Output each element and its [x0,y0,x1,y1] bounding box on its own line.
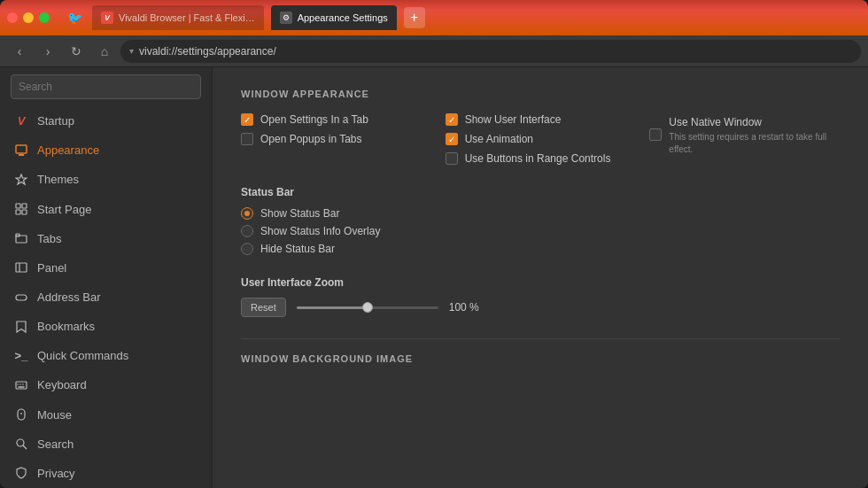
show-status-overlay-radio[interactable] [241,225,253,237]
sidebar-label-privacy: Privacy [37,467,75,480]
maximize-button[interactable] [39,12,50,23]
sidebar-label-panel: Panel [37,261,66,275]
sidebar-label-mouse: Mouse [37,408,72,422]
search-icon [14,437,28,451]
sidebar-item-quick-commands[interactable]: >_ Quick Commands [0,341,212,370]
sidebar-label-startup: Startup [37,114,74,128]
native-window-content: Use Native Window This setting requires … [669,113,840,156]
keyboard-icon [14,378,28,392]
close-button[interactable] [7,12,18,23]
status-bar-title: Status Bar [241,186,840,198]
slider-track [297,306,438,309]
zoom-reset-button[interactable]: Reset [241,298,286,317]
show-status-bar-row: Show Status Bar [241,207,840,220]
native-window-checkbox[interactable] [649,128,662,141]
zoom-section: User Interface Zoom Reset 100 % [241,276,840,317]
content-area: WINDOW APPEARANCE Open Settings In a Tab… [213,67,868,488]
svg-rect-5 [22,210,27,214]
svg-line-19 [23,445,27,449]
quick-commands-icon: >_ [14,349,28,363]
sidebar-item-address-bar[interactable]: Address Bar [0,283,212,312]
privacy-icon [14,466,28,480]
native-window-label: Use Native Window [669,116,762,128]
forward-button[interactable]: › [35,39,60,64]
twitter-icon: 🐦 [64,7,85,28]
zoom-slider[interactable] [297,300,438,314]
sidebar-label-themes: Themes [37,173,79,186]
svg-rect-3 [22,204,27,208]
checkboxes-col3: Use Native Window This setting requires … [649,113,840,165]
sidebar-item-tabs[interactable]: Tabs [0,224,212,253]
sidebar: V Startup Appearance Themes Start Pa [0,67,213,488]
panel-icon [14,260,28,275]
address-dropdown-icon: ▾ [129,46,134,56]
tab-appearance[interactable]: ⚙ Appearance Settings [271,5,397,30]
tab-label-vivaldi: Vivaldi Browser | Fast & Flexi… [119,12,255,23]
start-page-icon [14,202,28,216]
title-bar: 🐦 V Vivaldi Browser | Fast & Flexi… ⚙ Ap… [0,0,868,35]
sidebar-label-address-bar: Address Bar [37,290,101,304]
zoom-value: 100 % [449,301,479,314]
tab-favicon-vivaldi: V [101,12,113,24]
open-popups-tabs-row: Open Popups in Tabs [241,133,431,145]
sidebar-search-input[interactable] [11,74,201,99]
show-status-bar-radio[interactable] [241,207,253,220]
sidebar-item-search[interactable]: Search [0,430,212,459]
checkboxes-col2: Show User Interface Use Animation Use Bu… [446,113,636,165]
tabs-icon [14,231,28,245]
address-bar[interactable]: ▾ vivaldi://settings/appearance/ [120,40,861,63]
sidebar-item-panel[interactable]: Panel [0,253,212,283]
sidebar-item-themes[interactable]: Themes [0,165,212,194]
sidebar-label-start-page: Start Page [37,203,91,216]
slider-fill [297,306,368,309]
open-settings-tab-label: Open Settings In a Tab [260,113,368,126]
sidebar-item-bookmarks[interactable]: Bookmarks [0,312,212,341]
reload-button[interactable]: ↻ [64,39,89,64]
browser-window: 🐦 V Vivaldi Browser | Fast & Flexi… ⚙ Ap… [0,0,868,488]
sidebar-label-appearance: Appearance [37,143,99,157]
sidebar-item-startup[interactable]: V Startup [0,106,212,136]
tab-favicon-appearance: ⚙ [280,12,292,24]
startup-icon: V [14,114,28,128]
sidebar-label-bookmarks: Bookmarks [37,320,95,333]
traffic-lights [7,12,50,23]
main-area: V Startup Appearance Themes Start Pa [0,67,868,488]
divider [241,338,840,339]
zoom-title: User Interface Zoom [241,276,840,289]
sidebar-item-appearance[interactable]: Appearance [0,136,212,165]
open-popups-tabs-label: Open Popups in Tabs [260,133,362,145]
hide-status-bar-radio[interactable] [241,243,253,255]
mouse-icon [14,407,28,422]
home-button[interactable]: ⌂ [92,39,117,64]
hide-status-bar-row: Hide Status Bar [241,243,840,255]
svg-point-18 [17,439,24,446]
sidebar-label-keyboard: Keyboard [37,378,87,391]
show-ui-checkbox[interactable] [446,113,458,126]
hide-status-bar-label: Hide Status Bar [260,243,335,255]
sidebar-search-container [0,74,212,106]
sidebar-item-keyboard[interactable]: Keyboard [0,370,212,399]
sidebar-item-privacy[interactable]: Privacy [0,459,212,488]
address-url: vivaldi://settings/appearance/ [139,45,276,58]
use-buttons-range-row: Use Buttons in Range Controls [446,152,636,165]
use-buttons-range-checkbox[interactable] [446,152,458,165]
sidebar-item-mouse[interactable]: Mouse [0,400,212,430]
svg-rect-10 [16,295,27,300]
use-animation-row: Use Animation [446,133,636,145]
window-background-title: WINDOW BACKGROUND IMAGE [241,353,840,364]
open-settings-tab-checkbox[interactable] [241,113,253,126]
show-status-overlay-row: Show Status Info Overlay [241,225,840,237]
show-status-overlay-label: Show Status Info Overlay [260,225,380,237]
tab-vivaldi[interactable]: V Vivaldi Browser | Fast & Flexi… [92,5,264,30]
back-button[interactable]: ‹ [7,39,32,64]
use-animation-checkbox[interactable] [446,133,458,145]
open-popups-tabs-checkbox[interactable] [241,133,253,145]
new-tab-button[interactable]: + [404,7,425,28]
slider-thumb[interactable] [362,302,373,313]
svg-rect-1 [19,154,24,156]
use-animation-label: Use Animation [465,133,533,145]
address-bar-icon [14,290,28,305]
svg-rect-2 [16,204,20,208]
minimize-button[interactable] [23,12,34,23]
sidebar-item-start-page[interactable]: Start Page [0,194,212,223]
